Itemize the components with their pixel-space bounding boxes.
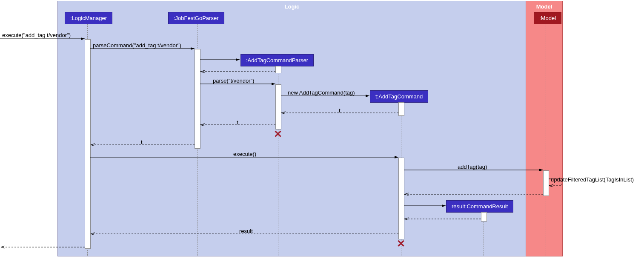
sequence-diagram: Logic Model :LogicManager :JobFestGoPars… bbox=[0, 0, 644, 259]
destroy-addtagcommand: ✕ bbox=[397, 238, 405, 250]
msg-result: result bbox=[239, 228, 253, 234]
msg-return-t-1: t bbox=[339, 107, 341, 114]
msg-execute-in: execute("add_tag t/vendor") bbox=[2, 32, 71, 38]
msg-return-t-3: t bbox=[141, 139, 143, 145]
msg-updatefiltered: updateFilteredTagList(TagIsInList) bbox=[551, 176, 634, 183]
msg-execute: execute() bbox=[233, 151, 256, 157]
msg-new-addtagcommand: new AddTagCommand(tag) bbox=[288, 89, 355, 96]
msg-parse: parse("t/vendor") bbox=[213, 78, 254, 84]
msg-addtag: addTag(tag) bbox=[458, 164, 487, 170]
destroy-addtagcommandparser: ✕ bbox=[274, 128, 282, 140]
msg-return-t-2: t bbox=[237, 119, 238, 126]
arrows-layer bbox=[0, 0, 644, 259]
msg-parsecommand: parseCommand("add_tag t/vendor") bbox=[93, 42, 181, 49]
